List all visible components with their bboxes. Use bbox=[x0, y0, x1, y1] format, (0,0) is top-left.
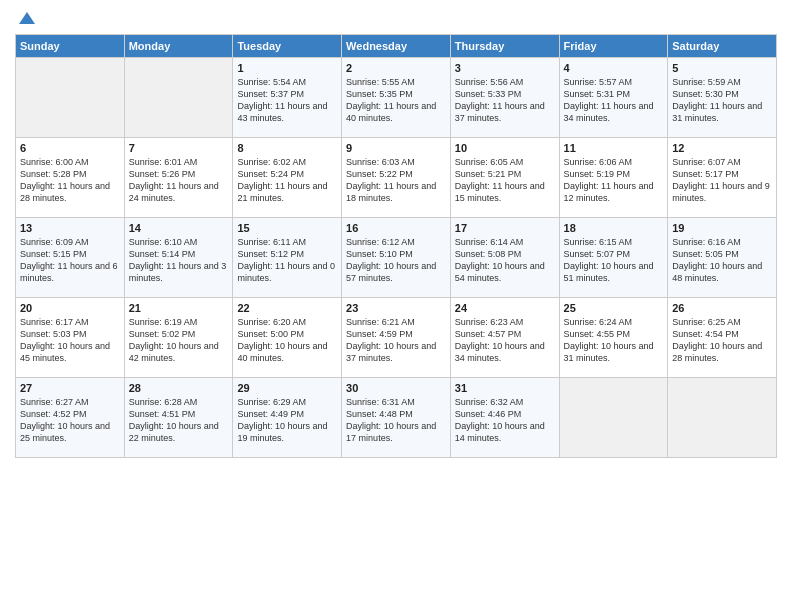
day-info: Sunrise: 6:27 AMSunset: 4:52 PMDaylight:… bbox=[20, 396, 120, 445]
day-cell: 8Sunrise: 6:02 AMSunset: 5:24 PMDaylight… bbox=[233, 138, 342, 218]
day-cell: 26Sunrise: 6:25 AMSunset: 4:54 PMDayligh… bbox=[668, 298, 777, 378]
day-number: 24 bbox=[455, 302, 555, 314]
day-number: 9 bbox=[346, 142, 446, 154]
day-number: 8 bbox=[237, 142, 337, 154]
day-info: Sunrise: 6:20 AMSunset: 5:00 PMDaylight:… bbox=[237, 316, 337, 365]
day-header-thursday: Thursday bbox=[450, 35, 559, 58]
day-info: Sunrise: 5:56 AMSunset: 5:33 PMDaylight:… bbox=[455, 76, 555, 125]
day-cell: 17Sunrise: 6:14 AMSunset: 5:08 PMDayligh… bbox=[450, 218, 559, 298]
week-row-3: 13Sunrise: 6:09 AMSunset: 5:15 PMDayligh… bbox=[16, 218, 777, 298]
day-cell: 5Sunrise: 5:59 AMSunset: 5:30 PMDaylight… bbox=[668, 58, 777, 138]
day-cell: 10Sunrise: 6:05 AMSunset: 5:21 PMDayligh… bbox=[450, 138, 559, 218]
day-header-wednesday: Wednesday bbox=[342, 35, 451, 58]
day-info: Sunrise: 6:32 AMSunset: 4:46 PMDaylight:… bbox=[455, 396, 555, 445]
day-number: 22 bbox=[237, 302, 337, 314]
day-cell: 6Sunrise: 6:00 AMSunset: 5:28 PMDaylight… bbox=[16, 138, 125, 218]
day-number: 26 bbox=[672, 302, 772, 314]
day-info: Sunrise: 5:55 AMSunset: 5:35 PMDaylight:… bbox=[346, 76, 446, 125]
day-cell: 28Sunrise: 6:28 AMSunset: 4:51 PMDayligh… bbox=[124, 378, 233, 458]
day-cell: 31Sunrise: 6:32 AMSunset: 4:46 PMDayligh… bbox=[450, 378, 559, 458]
day-cell: 24Sunrise: 6:23 AMSunset: 4:57 PMDayligh… bbox=[450, 298, 559, 378]
day-header-monday: Monday bbox=[124, 35, 233, 58]
week-row-1: 1Sunrise: 5:54 AMSunset: 5:37 PMDaylight… bbox=[16, 58, 777, 138]
day-number: 2 bbox=[346, 62, 446, 74]
day-number: 23 bbox=[346, 302, 446, 314]
day-info: Sunrise: 6:19 AMSunset: 5:02 PMDaylight:… bbox=[129, 316, 229, 365]
day-info: Sunrise: 6:17 AMSunset: 5:03 PMDaylight:… bbox=[20, 316, 120, 365]
day-number: 29 bbox=[237, 382, 337, 394]
day-cell: 11Sunrise: 6:06 AMSunset: 5:19 PMDayligh… bbox=[559, 138, 668, 218]
day-cell: 4Sunrise: 5:57 AMSunset: 5:31 PMDaylight… bbox=[559, 58, 668, 138]
day-info: Sunrise: 6:12 AMSunset: 5:10 PMDaylight:… bbox=[346, 236, 446, 285]
day-number: 28 bbox=[129, 382, 229, 394]
day-info: Sunrise: 6:31 AMSunset: 4:48 PMDaylight:… bbox=[346, 396, 446, 445]
day-info: Sunrise: 6:00 AMSunset: 5:28 PMDaylight:… bbox=[20, 156, 120, 205]
day-cell bbox=[16, 58, 125, 138]
day-info: Sunrise: 6:24 AMSunset: 4:55 PMDaylight:… bbox=[564, 316, 664, 365]
day-number: 16 bbox=[346, 222, 446, 234]
day-header-saturday: Saturday bbox=[668, 35, 777, 58]
day-cell: 25Sunrise: 6:24 AMSunset: 4:55 PMDayligh… bbox=[559, 298, 668, 378]
day-info: Sunrise: 6:21 AMSunset: 4:59 PMDaylight:… bbox=[346, 316, 446, 365]
day-number: 14 bbox=[129, 222, 229, 234]
day-cell: 21Sunrise: 6:19 AMSunset: 5:02 PMDayligh… bbox=[124, 298, 233, 378]
day-number: 10 bbox=[455, 142, 555, 154]
day-cell: 15Sunrise: 6:11 AMSunset: 5:12 PMDayligh… bbox=[233, 218, 342, 298]
day-number: 30 bbox=[346, 382, 446, 394]
day-info: Sunrise: 5:57 AMSunset: 5:31 PMDaylight:… bbox=[564, 76, 664, 125]
day-info: Sunrise: 6:29 AMSunset: 4:49 PMDaylight:… bbox=[237, 396, 337, 445]
day-header-tuesday: Tuesday bbox=[233, 35, 342, 58]
day-cell: 2Sunrise: 5:55 AMSunset: 5:35 PMDaylight… bbox=[342, 58, 451, 138]
day-info: Sunrise: 6:09 AMSunset: 5:15 PMDaylight:… bbox=[20, 236, 120, 285]
day-number: 5 bbox=[672, 62, 772, 74]
day-info: Sunrise: 5:54 AMSunset: 5:37 PMDaylight:… bbox=[237, 76, 337, 125]
day-number: 25 bbox=[564, 302, 664, 314]
day-number: 11 bbox=[564, 142, 664, 154]
day-number: 4 bbox=[564, 62, 664, 74]
logo bbox=[15, 10, 37, 26]
day-number: 7 bbox=[129, 142, 229, 154]
day-number: 31 bbox=[455, 382, 555, 394]
day-number: 12 bbox=[672, 142, 772, 154]
week-row-4: 20Sunrise: 6:17 AMSunset: 5:03 PMDayligh… bbox=[16, 298, 777, 378]
week-row-5: 27Sunrise: 6:27 AMSunset: 4:52 PMDayligh… bbox=[16, 378, 777, 458]
header-row: SundayMondayTuesdayWednesdayThursdayFrid… bbox=[16, 35, 777, 58]
day-number: 6 bbox=[20, 142, 120, 154]
day-cell: 13Sunrise: 6:09 AMSunset: 5:15 PMDayligh… bbox=[16, 218, 125, 298]
day-cell bbox=[559, 378, 668, 458]
day-cell: 12Sunrise: 6:07 AMSunset: 5:17 PMDayligh… bbox=[668, 138, 777, 218]
day-cell: 9Sunrise: 6:03 AMSunset: 5:22 PMDaylight… bbox=[342, 138, 451, 218]
day-cell: 18Sunrise: 6:15 AMSunset: 5:07 PMDayligh… bbox=[559, 218, 668, 298]
day-info: Sunrise: 6:03 AMSunset: 5:22 PMDaylight:… bbox=[346, 156, 446, 205]
day-number: 18 bbox=[564, 222, 664, 234]
day-number: 21 bbox=[129, 302, 229, 314]
day-info: Sunrise: 6:16 AMSunset: 5:05 PMDaylight:… bbox=[672, 236, 772, 285]
day-cell: 3Sunrise: 5:56 AMSunset: 5:33 PMDaylight… bbox=[450, 58, 559, 138]
day-number: 1 bbox=[237, 62, 337, 74]
day-cell: 29Sunrise: 6:29 AMSunset: 4:49 PMDayligh… bbox=[233, 378, 342, 458]
logo-icon bbox=[17, 10, 37, 30]
day-info: Sunrise: 6:05 AMSunset: 5:21 PMDaylight:… bbox=[455, 156, 555, 205]
day-info: Sunrise: 6:23 AMSunset: 4:57 PMDaylight:… bbox=[455, 316, 555, 365]
day-info: Sunrise: 6:25 AMSunset: 4:54 PMDaylight:… bbox=[672, 316, 772, 365]
day-number: 19 bbox=[672, 222, 772, 234]
day-cell: 23Sunrise: 6:21 AMSunset: 4:59 PMDayligh… bbox=[342, 298, 451, 378]
day-info: Sunrise: 5:59 AMSunset: 5:30 PMDaylight:… bbox=[672, 76, 772, 125]
svg-marker-0 bbox=[19, 12, 35, 24]
header bbox=[15, 10, 777, 26]
day-info: Sunrise: 6:06 AMSunset: 5:19 PMDaylight:… bbox=[564, 156, 664, 205]
day-info: Sunrise: 6:10 AMSunset: 5:14 PMDaylight:… bbox=[129, 236, 229, 285]
day-cell: 20Sunrise: 6:17 AMSunset: 5:03 PMDayligh… bbox=[16, 298, 125, 378]
day-info: Sunrise: 6:11 AMSunset: 5:12 PMDaylight:… bbox=[237, 236, 337, 285]
calendar-table: SundayMondayTuesdayWednesdayThursdayFrid… bbox=[15, 34, 777, 458]
day-header-friday: Friday bbox=[559, 35, 668, 58]
day-number: 27 bbox=[20, 382, 120, 394]
day-info: Sunrise: 6:02 AMSunset: 5:24 PMDaylight:… bbox=[237, 156, 337, 205]
day-number: 3 bbox=[455, 62, 555, 74]
day-cell: 22Sunrise: 6:20 AMSunset: 5:00 PMDayligh… bbox=[233, 298, 342, 378]
day-number: 15 bbox=[237, 222, 337, 234]
day-info: Sunrise: 6:14 AMSunset: 5:08 PMDaylight:… bbox=[455, 236, 555, 285]
day-cell bbox=[668, 378, 777, 458]
day-info: Sunrise: 6:07 AMSunset: 5:17 PMDaylight:… bbox=[672, 156, 772, 205]
day-info: Sunrise: 6:01 AMSunset: 5:26 PMDaylight:… bbox=[129, 156, 229, 205]
